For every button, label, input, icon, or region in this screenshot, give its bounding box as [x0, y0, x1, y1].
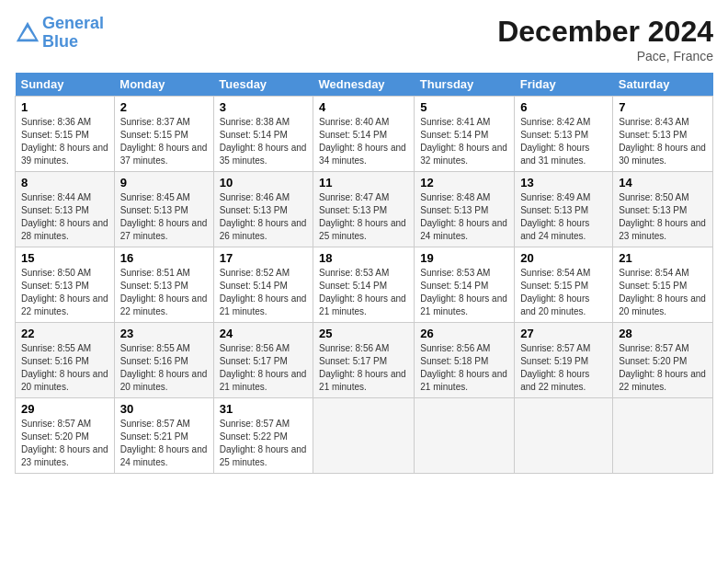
day-number: 24	[220, 327, 307, 340]
day-info: Sunrise: 8:57 AMSunset: 5:19 PMDaylight:…	[520, 342, 607, 394]
day-number: 16	[120, 251, 208, 265]
day-info: Sunrise: 8:48 AMSunset: 5:13 PMDaylight:…	[420, 191, 508, 243]
logo: General Blue	[15, 15, 104, 52]
day-info: Sunrise: 8:56 AMSunset: 5:17 PMDaylight:…	[220, 342, 307, 394]
calendar-cell: 23Sunrise: 8:55 AMSunset: 5:16 PMDayligh…	[114, 323, 213, 398]
day-info: Sunrise: 8:56 AMSunset: 5:18 PMDaylight:…	[420, 342, 508, 394]
day-info: Sunrise: 8:41 AMSunset: 5:14 PMDaylight:…	[420, 116, 508, 167]
calendar-cell: 1Sunrise: 8:36 AMSunset: 5:15 PMDaylight…	[16, 97, 115, 172]
day-info: Sunrise: 8:53 AMSunset: 5:14 PMDaylight:…	[319, 267, 408, 318]
day-info: Sunrise: 8:52 AMSunset: 5:14 PMDaylight:…	[220, 267, 307, 318]
calendar-cell	[313, 398, 415, 474]
day-info: Sunrise: 8:57 AMSunset: 5:20 PMDaylight:…	[619, 342, 707, 394]
day-number: 27	[520, 327, 607, 340]
day-info: Sunrise: 8:50 AMSunset: 5:13 PMDaylight:…	[619, 191, 707, 243]
day-number: 4	[319, 100, 408, 114]
day-number: 11	[319, 176, 408, 190]
calendar-header-row: SundayMondayTuesdayWednesdayThursdayFrid…	[16, 73, 713, 97]
day-info: Sunrise: 8:44 AMSunset: 5:13 PMDaylight:…	[21, 191, 108, 243]
day-number: 22	[21, 327, 108, 340]
day-number: 3	[220, 100, 307, 114]
calendar-week-row: 29Sunrise: 8:57 AMSunset: 5:20 PMDayligh…	[16, 398, 713, 474]
calendar-week-row: 22Sunrise: 8:55 AMSunset: 5:16 PMDayligh…	[16, 323, 713, 398]
day-number: 29	[21, 402, 108, 416]
day-number: 30	[120, 402, 208, 416]
day-number: 6	[520, 100, 607, 114]
calendar-body: 1Sunrise: 8:36 AMSunset: 5:15 PMDaylight…	[16, 97, 713, 474]
calendar-cell: 20Sunrise: 8:54 AMSunset: 5:15 PMDayligh…	[515, 247, 613, 323]
calendar-day-header: Monday	[114, 73, 213, 97]
day-info: Sunrise: 8:56 AMSunset: 5:17 PMDaylight:…	[319, 342, 408, 394]
calendar-cell: 3Sunrise: 8:38 AMSunset: 5:14 PMDaylight…	[213, 97, 313, 172]
calendar-cell: 9Sunrise: 8:45 AMSunset: 5:13 PMDaylight…	[114, 172, 213, 247]
day-info: Sunrise: 8:55 AMSunset: 5:16 PMDaylight:…	[120, 342, 208, 394]
day-number: 23	[120, 327, 208, 340]
calendar-day-header: Friday	[515, 73, 613, 97]
calendar-cell: 25Sunrise: 8:56 AMSunset: 5:17 PMDayligh…	[313, 323, 415, 398]
calendar-day-header: Thursday	[415, 73, 515, 97]
day-number: 17	[220, 251, 307, 265]
calendar-cell: 13Sunrise: 8:49 AMSunset: 5:13 PMDayligh…	[515, 172, 613, 247]
day-number: 14	[619, 176, 707, 190]
page-container: General Blue December 2024 Pace, France …	[0, 0, 728, 481]
day-number: 7	[619, 100, 707, 114]
calendar-cell: 26Sunrise: 8:56 AMSunset: 5:18 PMDayligh…	[415, 323, 515, 398]
day-info: Sunrise: 8:57 AMSunset: 5:22 PMDaylight:…	[220, 418, 307, 469]
day-number: 18	[319, 251, 408, 265]
day-info: Sunrise: 8:50 AMSunset: 5:13 PMDaylight:…	[21, 267, 108, 318]
calendar-cell	[415, 398, 515, 474]
calendar-cell: 27Sunrise: 8:57 AMSunset: 5:19 PMDayligh…	[515, 323, 613, 398]
calendar-cell: 8Sunrise: 8:44 AMSunset: 5:13 PMDaylight…	[16, 172, 115, 247]
calendar-cell: 10Sunrise: 8:46 AMSunset: 5:13 PMDayligh…	[213, 172, 313, 247]
day-number: 8	[21, 176, 108, 190]
calendar-cell: 16Sunrise: 8:51 AMSunset: 5:13 PMDayligh…	[114, 247, 213, 323]
day-info: Sunrise: 8:54 AMSunset: 5:15 PMDaylight:…	[619, 267, 707, 318]
logo-text: General Blue	[42, 15, 104, 52]
day-info: Sunrise: 8:57 AMSunset: 5:21 PMDaylight:…	[120, 418, 208, 469]
calendar-day-header: Tuesday	[213, 73, 313, 97]
calendar-week-row: 1Sunrise: 8:36 AMSunset: 5:15 PMDaylight…	[16, 97, 713, 172]
location: Pace, France	[497, 49, 713, 63]
calendar-cell: 22Sunrise: 8:55 AMSunset: 5:16 PMDayligh…	[16, 323, 115, 398]
day-number: 1	[21, 100, 108, 114]
calendar-cell: 30Sunrise: 8:57 AMSunset: 5:21 PMDayligh…	[114, 398, 213, 474]
day-info: Sunrise: 8:36 AMSunset: 5:15 PMDaylight:…	[21, 116, 108, 167]
calendar-cell: 28Sunrise: 8:57 AMSunset: 5:20 PMDayligh…	[613, 323, 713, 398]
calendar-cell: 2Sunrise: 8:37 AMSunset: 5:15 PMDaylight…	[114, 97, 213, 172]
day-number: 19	[420, 251, 508, 265]
day-info: Sunrise: 8:47 AMSunset: 5:13 PMDaylight:…	[319, 191, 408, 243]
calendar-cell: 17Sunrise: 8:52 AMSunset: 5:14 PMDayligh…	[213, 247, 313, 323]
day-number: 2	[120, 100, 208, 114]
calendar-cell: 12Sunrise: 8:48 AMSunset: 5:13 PMDayligh…	[415, 172, 515, 247]
day-info: Sunrise: 8:45 AMSunset: 5:13 PMDaylight:…	[120, 191, 208, 243]
day-number: 25	[319, 327, 408, 340]
calendar-cell: 14Sunrise: 8:50 AMSunset: 5:13 PMDayligh…	[613, 172, 713, 247]
day-number: 15	[21, 251, 108, 265]
calendar-week-row: 8Sunrise: 8:44 AMSunset: 5:13 PMDaylight…	[16, 172, 713, 247]
day-info: Sunrise: 8:40 AMSunset: 5:14 PMDaylight:…	[319, 116, 408, 167]
day-info: Sunrise: 8:42 AMSunset: 5:13 PMDaylight:…	[520, 116, 607, 167]
month-title: December 2024	[497, 15, 713, 49]
calendar-cell: 4Sunrise: 8:40 AMSunset: 5:14 PMDaylight…	[313, 97, 415, 172]
logo-icon	[15, 20, 40, 46]
day-info: Sunrise: 8:49 AMSunset: 5:13 PMDaylight:…	[520, 191, 607, 243]
day-number: 28	[619, 327, 707, 340]
day-info: Sunrise: 8:55 AMSunset: 5:16 PMDaylight:…	[21, 342, 108, 394]
calendar-cell: 6Sunrise: 8:42 AMSunset: 5:13 PMDaylight…	[515, 97, 613, 172]
day-info: Sunrise: 8:37 AMSunset: 5:15 PMDaylight:…	[120, 116, 208, 167]
day-info: Sunrise: 8:57 AMSunset: 5:20 PMDaylight:…	[21, 418, 108, 469]
day-number: 26	[420, 327, 508, 340]
day-number: 21	[619, 251, 707, 265]
day-info: Sunrise: 8:54 AMSunset: 5:15 PMDaylight:…	[520, 267, 607, 318]
calendar-cell: 19Sunrise: 8:53 AMSunset: 5:14 PMDayligh…	[415, 247, 515, 323]
day-info: Sunrise: 8:43 AMSunset: 5:13 PMDaylight:…	[619, 116, 707, 167]
calendar-day-header: Sunday	[16, 73, 115, 97]
calendar-cell: 21Sunrise: 8:54 AMSunset: 5:15 PMDayligh…	[613, 247, 713, 323]
day-number: 20	[520, 251, 607, 265]
calendar-day-header: Wednesday	[313, 73, 415, 97]
day-number: 13	[520, 176, 607, 190]
day-info: Sunrise: 8:51 AMSunset: 5:13 PMDaylight:…	[120, 267, 208, 318]
day-number: 9	[120, 176, 208, 190]
calendar-cell: 7Sunrise: 8:43 AMSunset: 5:13 PMDaylight…	[613, 97, 713, 172]
calendar-cell: 29Sunrise: 8:57 AMSunset: 5:20 PMDayligh…	[16, 398, 115, 474]
